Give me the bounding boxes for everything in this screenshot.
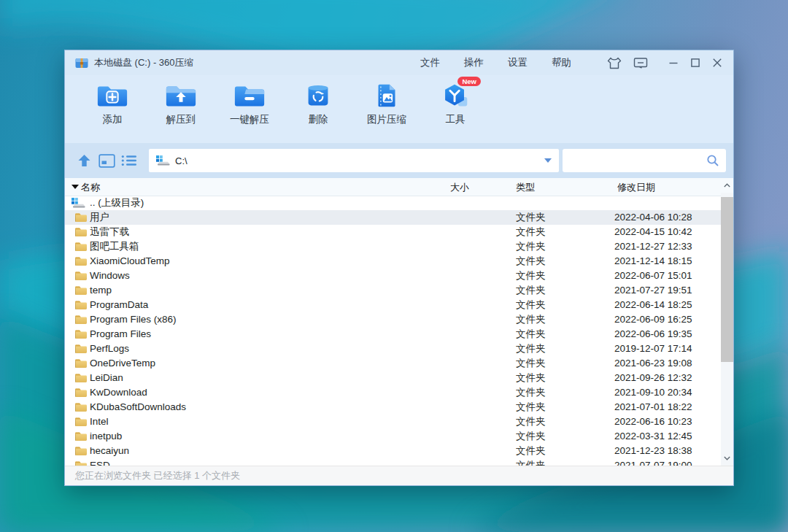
list-view-toggle-icon[interactable] — [120, 153, 138, 169]
scroll-up-icon[interactable] — [721, 178, 733, 193]
image-compress-button[interactable]: 图片压缩 — [360, 82, 414, 126]
delete-trash-icon — [301, 82, 335, 109]
drive-icon — [72, 198, 85, 208]
table-row[interactable]: inetpub 文件夹 2022-03-31 12:45 — [65, 429, 721, 444]
menu-help[interactable]: 帮助 — [552, 56, 571, 69]
file-name: ProgramData — [90, 298, 148, 312]
table-row[interactable]: XiaomiCloudTemp 文件夹 2021-12-14 18:15 — [65, 254, 721, 269]
status-text: 您正在浏览文件夹 已经选择 1 个文件夹 — [75, 469, 240, 482]
address-dropdown-icon[interactable] — [544, 158, 552, 163]
table-row[interactable]: Program Files (x86) 文件夹 2022-06-09 16:25 — [65, 312, 721, 327]
table-row[interactable]: PerfLogs 文件夹 2019-12-07 17:14 — [65, 342, 721, 356]
delete-label: 删除 — [309, 113, 328, 126]
column-size[interactable]: 大小 — [450, 181, 469, 194]
table-row[interactable]: hecaiyun 文件夹 2021-12-23 18:38 — [65, 444, 721, 458]
file-date: 2021-06-23 19:08 — [614, 356, 692, 371]
list-header: 名称 大小 类型 修改日期 — [65, 178, 721, 196]
file-type: 文件夹 — [516, 444, 546, 458]
maximize-button[interactable] — [688, 56, 703, 69]
file-name: KDubaSoftDownloads — [90, 400, 186, 415]
folder-icon — [74, 329, 87, 339]
new-badge: New — [457, 77, 481, 86]
table-row[interactable]: ESD 文件夹 2021-07-07 19:00 — [65, 458, 721, 466]
add-label: 添加 — [103, 113, 123, 126]
table-row[interactable]: Intel 文件夹 2022-06-16 10:23 — [65, 415, 721, 429]
column-name[interactable]: 名称 — [81, 181, 100, 194]
tools-button[interactable]: New 工具 — [428, 82, 482, 126]
folder-icon — [74, 373, 87, 383]
file-type: 文件夹 — [516, 269, 546, 283]
vertical-scrollbar[interactable] — [721, 178, 733, 466]
file-type: 文件夹 — [516, 210, 546, 225]
one-click-extract-button[interactable]: 一键解压 — [223, 82, 277, 126]
table-row[interactable]: Windows 文件夹 2022-06-07 15:01 — [65, 269, 721, 283]
table-row[interactable]: Program Files 文件夹 2022-06-06 19:35 — [65, 327, 721, 342]
extract-to-label: 解压到 — [166, 113, 196, 126]
table-row[interactable]: KwDownload 文件夹 2021-09-10 20:34 — [65, 385, 721, 400]
table-row[interactable]: 图吧工具箱 文件夹 2021-12-27 12:33 — [65, 239, 721, 254]
file-name: Intel — [90, 415, 109, 429]
file-list-panel: 名称 大小 类型 修改日期 .. (上级目录) 用户 文件 — [65, 178, 733, 466]
file-date: 2022-06-14 18:25 — [614, 298, 692, 312]
minimize-button[interactable] — [666, 56, 681, 69]
toolbar: 添加 解压到 一键解压 — [65, 75, 733, 143]
file-date: 2021-12-23 18:38 — [614, 444, 692, 458]
file-name: 用户 — [90, 210, 109, 225]
table-row[interactable]: OneDriveTemp 文件夹 2021-06-23 19:08 — [65, 356, 721, 371]
status-bar: 您正在浏览文件夹 已经选择 1 个文件夹 — [65, 466, 733, 485]
file-date: 2021-07-07 19:00 — [614, 458, 692, 466]
skin-shirt-icon[interactable] — [606, 55, 622, 70]
parent-dir-row[interactable]: .. (上级目录) — [65, 196, 721, 210]
search-input[interactable] — [569, 151, 706, 170]
table-row[interactable]: KDubaSoftDownloads 文件夹 2021-07-01 18:22 — [65, 400, 721, 415]
scrollbar-thumb[interactable] — [721, 197, 733, 362]
file-type: 文件夹 — [516, 225, 546, 239]
file-type: 文件夹 — [516, 458, 546, 466]
address-input[interactable]: C:\ — [149, 149, 559, 172]
menu-actions[interactable]: 操作 — [464, 56, 484, 69]
file-date: 2022-06-06 19:35 — [614, 327, 692, 342]
folder-icon — [74, 315, 87, 325]
file-date: 2021-12-27 12:33 — [614, 239, 692, 254]
close-button[interactable] — [710, 56, 725, 69]
file-type: 文件夹 — [516, 342, 546, 356]
file-date: 2022-06-07 15:01 — [614, 269, 692, 283]
one-click-extract-icon — [233, 82, 266, 109]
file-date: 2022-06-09 16:25 — [614, 312, 692, 327]
menu-settings[interactable]: 设置 — [508, 56, 528, 69]
column-type[interactable]: 类型 — [516, 181, 535, 194]
file-name: Program Files — [90, 327, 151, 342]
column-date[interactable]: 修改日期 — [617, 181, 655, 194]
address-bar: C:\ — [65, 143, 733, 178]
folder-icon — [74, 227, 87, 237]
folder-icon — [74, 242, 87, 252]
folder-icon — [74, 358, 87, 369]
icon-view-toggle-icon[interactable] — [98, 153, 115, 169]
extract-to-button[interactable]: 解压到 — [154, 82, 208, 126]
titlebar-right: 文件 操作 设置 帮助 — [420, 55, 725, 70]
add-button[interactable]: 添加 — [85, 82, 139, 126]
folder-icon — [74, 417, 87, 427]
table-row[interactable]: 用户 文件夹 2022-04-06 10:28 — [65, 210, 721, 225]
table-row[interactable]: temp 文件夹 2021-07-27 19:51 — [65, 283, 721, 298]
search-icon[interactable] — [706, 154, 719, 167]
delete-button[interactable]: 删除 — [291, 82, 345, 126]
scroll-down-icon[interactable] — [721, 451, 733, 466]
one-click-extract-label: 一键解压 — [230, 113, 269, 126]
table-row[interactable]: ProgramData 文件夹 2022-06-14 18:25 — [65, 298, 721, 312]
folder-icon — [74, 300, 87, 310]
file-date: 2021-09-10 20:34 — [614, 385, 692, 400]
table-row[interactable]: 迅雷下载 文件夹 2022-04-15 10:42 — [65, 225, 721, 239]
file-name: ESD — [90, 458, 110, 466]
menu-file[interactable]: 文件 — [420, 56, 440, 69]
feedback-icon[interactable] — [633, 55, 649, 70]
file-type: 文件夹 — [516, 371, 546, 385]
table-row[interactable]: LeiDian 文件夹 2021-09-26 12:32 — [65, 371, 721, 385]
file-type: 文件夹 — [516, 415, 546, 429]
folder-icon — [74, 460, 87, 466]
file-list-body: .. (上级目录) 用户 文件夹 2022-04-06 10:28 迅雷下载 文… — [65, 196, 721, 466]
file-name: LeiDian — [90, 371, 123, 385]
file-date: 2022-06-16 10:23 — [614, 415, 692, 429]
nav-up-icon[interactable] — [75, 153, 93, 169]
file-date: 2019-12-07 17:14 — [614, 342, 692, 356]
